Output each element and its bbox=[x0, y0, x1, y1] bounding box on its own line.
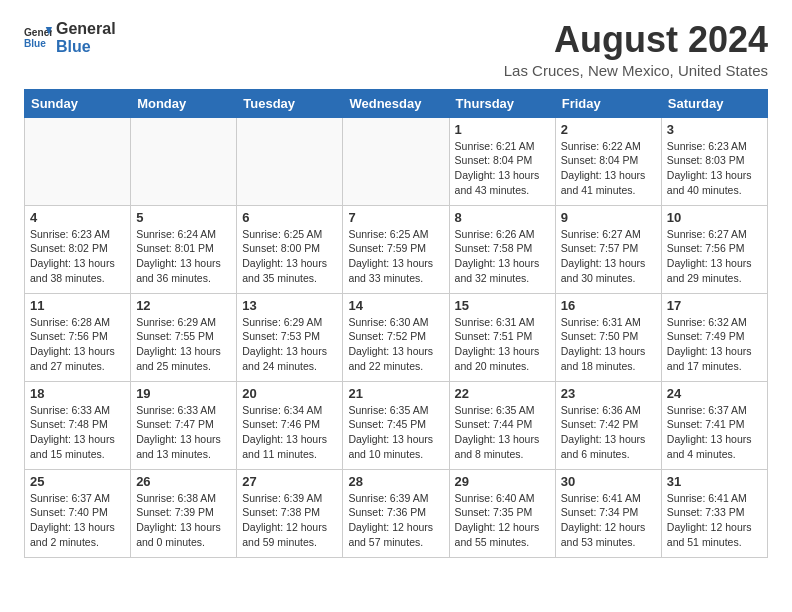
day-info: Sunrise: 6:32 AM Sunset: 7:49 PM Dayligh… bbox=[667, 315, 762, 374]
day-number: 23 bbox=[561, 386, 656, 401]
day-info: Sunrise: 6:25 AM Sunset: 7:59 PM Dayligh… bbox=[348, 227, 443, 286]
logo: General Blue General Blue bbox=[24, 20, 116, 55]
calendar-cell: 21Sunrise: 6:35 AM Sunset: 7:45 PM Dayli… bbox=[343, 381, 449, 469]
day-number: 7 bbox=[348, 210, 443, 225]
calendar-cell bbox=[343, 117, 449, 205]
calendar-cell: 3Sunrise: 6:23 AM Sunset: 8:03 PM Daylig… bbox=[661, 117, 767, 205]
day-number: 5 bbox=[136, 210, 231, 225]
day-number: 6 bbox=[242, 210, 337, 225]
day-number: 15 bbox=[455, 298, 550, 313]
calendar-cell: 11Sunrise: 6:28 AM Sunset: 7:56 PM Dayli… bbox=[25, 293, 131, 381]
calendar-cell: 25Sunrise: 6:37 AM Sunset: 7:40 PM Dayli… bbox=[25, 469, 131, 557]
day-info: Sunrise: 6:33 AM Sunset: 7:47 PM Dayligh… bbox=[136, 403, 231, 462]
day-info: Sunrise: 6:34 AM Sunset: 7:46 PM Dayligh… bbox=[242, 403, 337, 462]
day-number: 1 bbox=[455, 122, 550, 137]
day-info: Sunrise: 6:41 AM Sunset: 7:34 PM Dayligh… bbox=[561, 491, 656, 550]
week-row-5: 25Sunrise: 6:37 AM Sunset: 7:40 PM Dayli… bbox=[25, 469, 768, 557]
calendar-cell: 9Sunrise: 6:27 AM Sunset: 7:57 PM Daylig… bbox=[555, 205, 661, 293]
header: General Blue General Blue August 2024 La… bbox=[24, 20, 768, 79]
calendar-cell: 17Sunrise: 6:32 AM Sunset: 7:49 PM Dayli… bbox=[661, 293, 767, 381]
calendar-cell: 10Sunrise: 6:27 AM Sunset: 7:56 PM Dayli… bbox=[661, 205, 767, 293]
calendar-cell: 24Sunrise: 6:37 AM Sunset: 7:41 PM Dayli… bbox=[661, 381, 767, 469]
day-info: Sunrise: 6:27 AM Sunset: 7:56 PM Dayligh… bbox=[667, 227, 762, 286]
day-info: Sunrise: 6:33 AM Sunset: 7:48 PM Dayligh… bbox=[30, 403, 125, 462]
day-info: Sunrise: 6:25 AM Sunset: 8:00 PM Dayligh… bbox=[242, 227, 337, 286]
calendar-cell bbox=[131, 117, 237, 205]
calendar-cell: 13Sunrise: 6:29 AM Sunset: 7:53 PM Dayli… bbox=[237, 293, 343, 381]
col-header-tuesday: Tuesday bbox=[237, 89, 343, 117]
day-number: 16 bbox=[561, 298, 656, 313]
col-header-friday: Friday bbox=[555, 89, 661, 117]
calendar-cell: 7Sunrise: 6:25 AM Sunset: 7:59 PM Daylig… bbox=[343, 205, 449, 293]
day-info: Sunrise: 6:41 AM Sunset: 7:33 PM Dayligh… bbox=[667, 491, 762, 550]
day-info: Sunrise: 6:38 AM Sunset: 7:39 PM Dayligh… bbox=[136, 491, 231, 550]
day-info: Sunrise: 6:27 AM Sunset: 7:57 PM Dayligh… bbox=[561, 227, 656, 286]
week-row-2: 4Sunrise: 6:23 AM Sunset: 8:02 PM Daylig… bbox=[25, 205, 768, 293]
col-header-monday: Monday bbox=[131, 89, 237, 117]
calendar-cell: 16Sunrise: 6:31 AM Sunset: 7:50 PM Dayli… bbox=[555, 293, 661, 381]
day-info: Sunrise: 6:39 AM Sunset: 7:36 PM Dayligh… bbox=[348, 491, 443, 550]
header-row: SundayMondayTuesdayWednesdayThursdayFrid… bbox=[25, 89, 768, 117]
calendar-cell: 28Sunrise: 6:39 AM Sunset: 7:36 PM Dayli… bbox=[343, 469, 449, 557]
calendar-cell: 15Sunrise: 6:31 AM Sunset: 7:51 PM Dayli… bbox=[449, 293, 555, 381]
day-number: 18 bbox=[30, 386, 125, 401]
day-number: 20 bbox=[242, 386, 337, 401]
day-info: Sunrise: 6:36 AM Sunset: 7:42 PM Dayligh… bbox=[561, 403, 656, 462]
day-info: Sunrise: 6:24 AM Sunset: 8:01 PM Dayligh… bbox=[136, 227, 231, 286]
col-header-sunday: Sunday bbox=[25, 89, 131, 117]
title-area: August 2024 Las Cruces, New Mexico, Unit… bbox=[504, 20, 768, 79]
day-info: Sunrise: 6:37 AM Sunset: 7:41 PM Dayligh… bbox=[667, 403, 762, 462]
day-number: 19 bbox=[136, 386, 231, 401]
day-number: 26 bbox=[136, 474, 231, 489]
day-number: 10 bbox=[667, 210, 762, 225]
day-number: 31 bbox=[667, 474, 762, 489]
col-header-thursday: Thursday bbox=[449, 89, 555, 117]
week-row-1: 1Sunrise: 6:21 AM Sunset: 8:04 PM Daylig… bbox=[25, 117, 768, 205]
day-info: Sunrise: 6:21 AM Sunset: 8:04 PM Dayligh… bbox=[455, 139, 550, 198]
calendar-cell: 23Sunrise: 6:36 AM Sunset: 7:42 PM Dayli… bbox=[555, 381, 661, 469]
calendar-cell: 29Sunrise: 6:40 AM Sunset: 7:35 PM Dayli… bbox=[449, 469, 555, 557]
day-number: 22 bbox=[455, 386, 550, 401]
col-header-saturday: Saturday bbox=[661, 89, 767, 117]
day-info: Sunrise: 6:28 AM Sunset: 7:56 PM Dayligh… bbox=[30, 315, 125, 374]
day-number: 25 bbox=[30, 474, 125, 489]
location: Las Cruces, New Mexico, United States bbox=[504, 62, 768, 79]
day-info: Sunrise: 6:29 AM Sunset: 7:53 PM Dayligh… bbox=[242, 315, 337, 374]
day-number: 13 bbox=[242, 298, 337, 313]
calendar-cell: 26Sunrise: 6:38 AM Sunset: 7:39 PM Dayli… bbox=[131, 469, 237, 557]
calendar-cell: 18Sunrise: 6:33 AM Sunset: 7:48 PM Dayli… bbox=[25, 381, 131, 469]
day-info: Sunrise: 6:35 AM Sunset: 7:45 PM Dayligh… bbox=[348, 403, 443, 462]
day-info: Sunrise: 6:37 AM Sunset: 7:40 PM Dayligh… bbox=[30, 491, 125, 550]
day-info: Sunrise: 6:26 AM Sunset: 7:58 PM Dayligh… bbox=[455, 227, 550, 286]
week-row-3: 11Sunrise: 6:28 AM Sunset: 7:56 PM Dayli… bbox=[25, 293, 768, 381]
calendar-cell: 27Sunrise: 6:39 AM Sunset: 7:38 PM Dayli… bbox=[237, 469, 343, 557]
day-info: Sunrise: 6:31 AM Sunset: 7:51 PM Dayligh… bbox=[455, 315, 550, 374]
day-info: Sunrise: 6:39 AM Sunset: 7:38 PM Dayligh… bbox=[242, 491, 337, 550]
calendar-cell: 5Sunrise: 6:24 AM Sunset: 8:01 PM Daylig… bbox=[131, 205, 237, 293]
calendar-table: SundayMondayTuesdayWednesdayThursdayFrid… bbox=[24, 89, 768, 558]
day-info: Sunrise: 6:31 AM Sunset: 7:50 PM Dayligh… bbox=[561, 315, 656, 374]
calendar-cell: 12Sunrise: 6:29 AM Sunset: 7:55 PM Dayli… bbox=[131, 293, 237, 381]
logo-general-text: General bbox=[56, 20, 116, 38]
day-info: Sunrise: 6:29 AM Sunset: 7:55 PM Dayligh… bbox=[136, 315, 231, 374]
day-number: 2 bbox=[561, 122, 656, 137]
calendar-cell: 20Sunrise: 6:34 AM Sunset: 7:46 PM Dayli… bbox=[237, 381, 343, 469]
day-number: 27 bbox=[242, 474, 337, 489]
day-info: Sunrise: 6:22 AM Sunset: 8:04 PM Dayligh… bbox=[561, 139, 656, 198]
calendar-cell: 19Sunrise: 6:33 AM Sunset: 7:47 PM Dayli… bbox=[131, 381, 237, 469]
day-info: Sunrise: 6:23 AM Sunset: 8:02 PM Dayligh… bbox=[30, 227, 125, 286]
day-number: 21 bbox=[348, 386, 443, 401]
logo-icon: General Blue bbox=[24, 24, 52, 52]
day-number: 8 bbox=[455, 210, 550, 225]
day-number: 11 bbox=[30, 298, 125, 313]
calendar-cell: 14Sunrise: 6:30 AM Sunset: 7:52 PM Dayli… bbox=[343, 293, 449, 381]
calendar-cell: 6Sunrise: 6:25 AM Sunset: 8:00 PM Daylig… bbox=[237, 205, 343, 293]
calendar-cell: 30Sunrise: 6:41 AM Sunset: 7:34 PM Dayli… bbox=[555, 469, 661, 557]
day-number: 17 bbox=[667, 298, 762, 313]
day-number: 12 bbox=[136, 298, 231, 313]
day-info: Sunrise: 6:40 AM Sunset: 7:35 PM Dayligh… bbox=[455, 491, 550, 550]
logo-blue-text: Blue bbox=[56, 38, 116, 56]
svg-text:Blue: Blue bbox=[24, 38, 46, 49]
day-number: 9 bbox=[561, 210, 656, 225]
calendar-cell bbox=[237, 117, 343, 205]
